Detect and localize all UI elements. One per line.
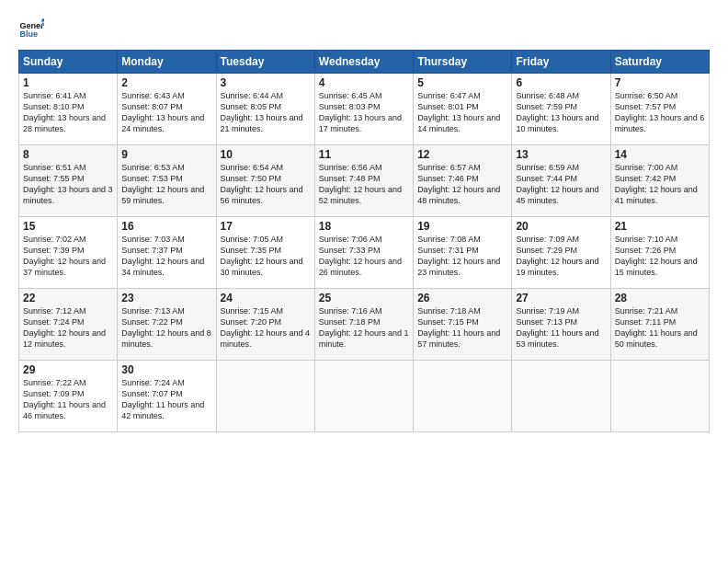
calendar-cell <box>512 361 610 432</box>
day-number: 22 <box>23 292 113 304</box>
header-day-sunday: Sunday <box>19 51 118 74</box>
day-number: 9 <box>121 148 211 161</box>
cell-info: Sunrise: 7:19 AMSunset: 7:13 PMDaylight:… <box>516 306 598 349</box>
calendar-cell: 1Sunrise: 6:41 AMSunset: 8:10 PMDaylight… <box>19 74 118 145</box>
calendar-cell: 13Sunrise: 6:59 AMSunset: 7:44 PMDayligh… <box>512 145 610 217</box>
day-number: 4 <box>319 76 409 89</box>
calendar-cell: 23Sunrise: 7:13 AMSunset: 7:22 PMDayligh… <box>118 289 216 361</box>
calendar-cell <box>314 361 413 432</box>
svg-text:Blue: Blue <box>19 29 38 39</box>
cell-info: Sunrise: 6:53 AMSunset: 7:53 PMDaylight:… <box>121 163 204 205</box>
cell-info: Sunrise: 7:10 AMSunset: 7:26 PMDaylight:… <box>615 235 698 277</box>
calendar-header: SundayMondayTuesdayWednesdayThursdayFrid… <box>19 51 710 74</box>
cell-info: Sunrise: 7:08 AMSunset: 7:31 PMDaylight:… <box>417 235 500 277</box>
cell-info: Sunrise: 7:13 AMSunset: 7:22 PMDaylight:… <box>121 306 211 349</box>
cell-info: Sunrise: 6:59 AMSunset: 7:44 PMDaylight:… <box>516 163 598 205</box>
calendar-cell: 2Sunrise: 6:43 AMSunset: 8:07 PMDaylight… <box>118 74 216 145</box>
cell-info: Sunrise: 7:24 AMSunset: 7:07 PMDaylight:… <box>121 378 204 420</box>
calendar-cell: 29Sunrise: 7:22 AMSunset: 7:09 PMDayligh… <box>19 361 118 432</box>
calendar-cell: 16Sunrise: 7:03 AMSunset: 7:37 PMDayligh… <box>118 217 216 289</box>
svg-marker-2 <box>41 17 45 21</box>
calendar-cell: 4Sunrise: 6:45 AMSunset: 8:03 PMDaylight… <box>314 74 413 145</box>
calendar-cell: 21Sunrise: 7:10 AMSunset: 7:26 PMDayligh… <box>610 217 709 289</box>
calendar-cell: 25Sunrise: 7:16 AMSunset: 7:18 PMDayligh… <box>314 289 413 361</box>
calendar-cell: 24Sunrise: 7:15 AMSunset: 7:20 PMDayligh… <box>216 289 314 361</box>
day-number: 11 <box>319 148 409 161</box>
header-day-thursday: Thursday <box>414 51 512 74</box>
cell-info: Sunrise: 6:41 AMSunset: 8:10 PMDaylight:… <box>23 91 106 133</box>
day-number: 25 <box>319 292 409 304</box>
day-number: 28 <box>615 292 705 304</box>
calendar-table: SundayMondayTuesdayWednesdayThursdayFrid… <box>18 50 710 432</box>
calendar-cell: 14Sunrise: 7:00 AMSunset: 7:42 PMDayligh… <box>610 145 709 217</box>
calendar-cell: 7Sunrise: 6:50 AMSunset: 7:57 PMDaylight… <box>610 74 709 145</box>
calendar-cell: 26Sunrise: 7:18 AMSunset: 7:15 PMDayligh… <box>414 289 512 361</box>
calendar-cell: 5Sunrise: 6:47 AMSunset: 8:01 PMDaylight… <box>414 74 512 145</box>
cell-info: Sunrise: 6:45 AMSunset: 8:03 PMDaylight:… <box>319 91 402 133</box>
calendar-cell: 10Sunrise: 6:54 AMSunset: 7:50 PMDayligh… <box>216 145 314 217</box>
day-number: 23 <box>121 292 211 304</box>
header-day-monday: Monday <box>118 51 216 74</box>
calendar-cell: 8Sunrise: 6:51 AMSunset: 7:55 PMDaylight… <box>19 145 118 217</box>
day-number: 12 <box>417 148 507 161</box>
calendar-cell: 9Sunrise: 6:53 AMSunset: 7:53 PMDaylight… <box>118 145 216 217</box>
calendar-cell: 17Sunrise: 7:05 AMSunset: 7:35 PMDayligh… <box>216 217 314 289</box>
calendar-week-5: 29Sunrise: 7:22 AMSunset: 7:09 PMDayligh… <box>19 361 710 432</box>
calendar-cell: 19Sunrise: 7:08 AMSunset: 7:31 PMDayligh… <box>414 217 512 289</box>
header-day-wednesday: Wednesday <box>314 51 413 74</box>
day-number: 1 <box>23 76 113 89</box>
calendar-cell: 12Sunrise: 6:57 AMSunset: 7:46 PMDayligh… <box>414 145 512 217</box>
day-number: 14 <box>615 148 705 161</box>
calendar-cell: 18Sunrise: 7:06 AMSunset: 7:33 PMDayligh… <box>314 217 413 289</box>
calendar-cell: 27Sunrise: 7:19 AMSunset: 7:13 PMDayligh… <box>512 289 610 361</box>
cell-info: Sunrise: 6:50 AMSunset: 7:57 PMDaylight:… <box>615 91 705 133</box>
calendar-week-2: 8Sunrise: 6:51 AMSunset: 7:55 PMDaylight… <box>19 145 710 217</box>
cell-info: Sunrise: 7:15 AMSunset: 7:20 PMDaylight:… <box>221 306 311 349</box>
header-day-friday: Friday <box>512 51 610 74</box>
cell-info: Sunrise: 6:47 AMSunset: 8:01 PMDaylight:… <box>417 91 500 133</box>
cell-info: Sunrise: 7:16 AMSunset: 7:18 PMDaylight:… <box>319 306 409 349</box>
cell-info: Sunrise: 6:43 AMSunset: 8:07 PMDaylight:… <box>121 91 204 133</box>
header: General Blue <box>18 17 710 42</box>
day-number: 26 <box>417 292 507 304</box>
day-number: 19 <box>417 220 507 233</box>
calendar-cell: 15Sunrise: 7:02 AMSunset: 7:39 PMDayligh… <box>19 217 118 289</box>
day-number: 5 <box>417 76 507 89</box>
day-number: 15 <box>23 220 113 233</box>
calendar-cell: 11Sunrise: 6:56 AMSunset: 7:48 PMDayligh… <box>314 145 413 217</box>
cell-info: Sunrise: 7:02 AMSunset: 7:39 PMDaylight:… <box>23 235 106 277</box>
day-number: 29 <box>23 363 113 376</box>
calendar-cell: 22Sunrise: 7:12 AMSunset: 7:24 PMDayligh… <box>19 289 118 361</box>
day-number: 6 <box>516 76 606 89</box>
svg-text:General: General <box>19 21 44 30</box>
page: General Blue SundayMondayTuesdayWednesda… <box>0 0 728 563</box>
day-number: 13 <box>516 148 606 161</box>
day-number: 27 <box>516 292 606 304</box>
day-number: 10 <box>221 148 311 161</box>
calendar-cell <box>216 361 314 432</box>
cell-info: Sunrise: 6:48 AMSunset: 7:59 PMDaylight:… <box>516 91 598 133</box>
logo: General Blue <box>18 17 48 42</box>
cell-info: Sunrise: 7:18 AMSunset: 7:15 PMDaylight:… <box>417 306 500 349</box>
calendar-cell: 3Sunrise: 6:44 AMSunset: 8:05 PMDaylight… <box>216 74 314 145</box>
day-number: 8 <box>23 148 113 161</box>
day-number: 17 <box>221 220 311 233</box>
cell-info: Sunrise: 7:09 AMSunset: 7:29 PMDaylight:… <box>516 235 598 277</box>
header-day-saturday: Saturday <box>610 51 709 74</box>
cell-info: Sunrise: 6:56 AMSunset: 7:48 PMDaylight:… <box>319 163 402 205</box>
cell-info: Sunrise: 7:21 AMSunset: 7:11 PMDaylight:… <box>615 306 698 349</box>
cell-info: Sunrise: 6:57 AMSunset: 7:46 PMDaylight:… <box>417 163 500 205</box>
day-number: 16 <box>121 220 211 233</box>
day-number: 30 <box>121 363 211 376</box>
cell-info: Sunrise: 7:22 AMSunset: 7:09 PMDaylight:… <box>23 378 106 420</box>
cell-info: Sunrise: 7:12 AMSunset: 7:24 PMDaylight:… <box>23 306 106 349</box>
day-number: 24 <box>221 292 311 304</box>
calendar-week-4: 22Sunrise: 7:12 AMSunset: 7:24 PMDayligh… <box>19 289 710 361</box>
cell-info: Sunrise: 6:44 AMSunset: 8:05 PMDaylight:… <box>221 91 303 133</box>
cell-info: Sunrise: 7:03 AMSunset: 7:37 PMDaylight:… <box>121 235 204 277</box>
cell-info: Sunrise: 7:05 AMSunset: 7:35 PMDaylight:… <box>221 235 303 277</box>
day-number: 2 <box>121 76 211 89</box>
calendar-cell: 30Sunrise: 7:24 AMSunset: 7:07 PMDayligh… <box>118 361 216 432</box>
calendar-cell <box>414 361 512 432</box>
cell-info: Sunrise: 6:51 AMSunset: 7:55 PMDaylight:… <box>23 163 113 205</box>
